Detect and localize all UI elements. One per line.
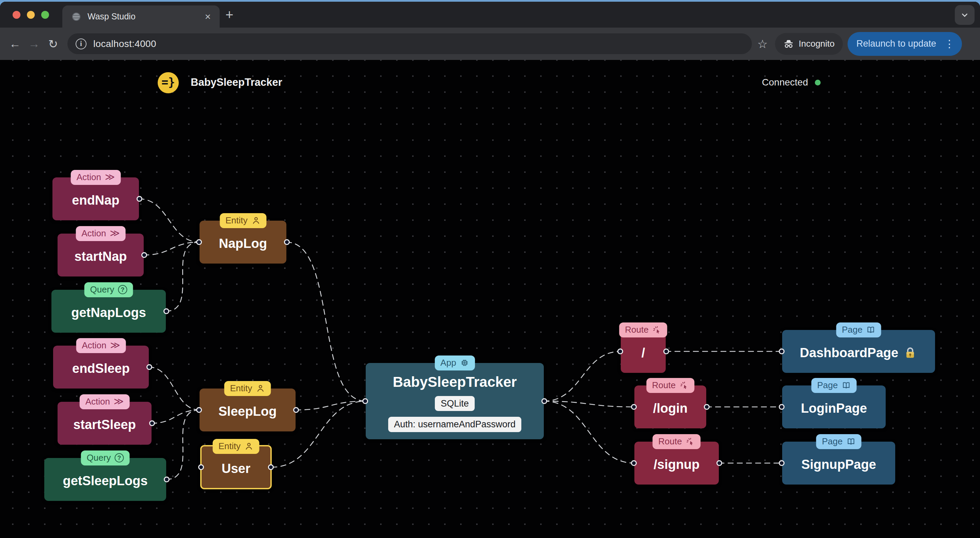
node-handle-right[interactable] [164,477,170,482]
node-badge-page: Page [816,434,862,449]
node-handle-left[interactable] [196,407,202,413]
edge-startNap-to-NapLog [144,242,200,255]
node-getSleepLogs[interactable]: Query?getSleepLogs [44,458,166,501]
node-handle-right[interactable] [146,365,152,370]
node-badge-query: Query? [84,282,133,297]
forward-button-arrow-right-icon[interactable]: → [24,37,44,50]
relaunch-to-update-button[interactable]: Relaunch to update ⋮ [848,32,962,56]
node-badge-label: Entity [218,441,240,452]
node-route-login[interactable]: Route/login [635,385,706,428]
node-startSleep[interactable]: Action≫startSleep [57,402,151,445]
edge-endNap-to-NapLog [139,199,200,242]
url-text: localhost:4000 [93,38,156,49]
query-question-icon: ? [115,453,124,462]
node-handle-left[interactable] [617,349,623,355]
entity-person-icon [256,384,265,393]
action-chevrons-icon: ≫ [114,397,124,407]
node-app[interactable]: App BabySleepTracker SQLite Auth: userna… [366,363,544,439]
node-route-root[interactable]: Route/ [621,330,666,373]
node-badge-app: App [434,355,475,371]
incognito-label: Incognito [799,38,835,49]
page-book-icon [866,325,875,334]
node-handle-left[interactable] [779,349,784,355]
back-button-arrow-left-icon[interactable]: ← [5,37,24,50]
tab-search-chevron-button[interactable] [955,5,975,25]
entity-person-icon [251,216,261,225]
tab-favicon-globe-icon [71,11,81,22]
node-badge-label: Route [658,436,682,447]
edge-startSleep-to-SleepLog [151,410,200,423]
node-handle-right[interactable] [663,349,669,355]
node-startNap[interactable]: Action≫startNap [57,234,144,277]
window-zoom-button[interactable] [41,11,49,19]
app-chip-icon [460,358,469,368]
incognito-icon [783,38,794,49]
new-tab-button-plus-icon[interactable]: + [226,8,233,21]
window-minimize-button[interactable] [27,11,35,19]
protected-lock-icon [903,345,917,360]
node-endNap[interactable]: Action≫endNap [52,177,139,220]
node-handle-left[interactable] [198,465,204,470]
node-handle-left[interactable] [196,239,202,245]
node-badge-entity: Entity [220,213,266,228]
node-handle-right[interactable] [284,239,290,245]
node-badge-label: Route [652,380,676,390]
node-handle-left[interactable] [631,404,637,410]
edge-app-to-route-root [544,352,621,401]
node-handle-right[interactable] [541,398,547,404]
route-cursor-click-icon [686,437,695,446]
node-handle-right[interactable] [716,460,722,466]
edge-app-to-route-signup [544,401,635,463]
browser-menu-kebab-icon[interactable]: ⋮ [942,38,956,50]
tab-close-icon[interactable]: × [202,11,213,22]
node-handle-right[interactable] [137,196,142,202]
node-handle-left[interactable] [779,404,784,410]
wasp-studio-canvas[interactable]: Action≫endNapAction≫startNapQuery?getNap… [0,60,980,538]
route-cursor-click-icon [652,325,662,334]
node-handle-left[interactable] [779,460,784,466]
node-badge-route: Route [646,378,694,393]
node-badge-label: Action [86,397,110,407]
app-node-body: BabySleepTracker SQLite Auth: usernameAn… [366,363,544,439]
node-LoginPage[interactable]: PageLoginPage [782,385,886,428]
bookmark-star-icon[interactable]: ☆ [757,37,767,51]
node-badge-label: Action [81,229,106,239]
node-badge-action: Action≫ [76,338,126,353]
traffic-lights [13,11,49,19]
reload-button-icon[interactable]: ↻ [44,37,63,51]
browser-tab[interactable]: Wasp Studio × [62,5,220,27]
node-handle-right[interactable] [164,309,169,314]
edge-NapLog-to-app [286,242,366,401]
query-question-icon: ? [118,285,127,294]
node-route-signup[interactable]: Route/signup [635,442,719,484]
node-badge-route: Route [619,323,667,337]
node-handle-right[interactable] [293,407,299,413]
node-getNapLogs[interactable]: Query?getNapLogs [51,290,166,333]
node-badge-label: Entity [230,384,252,394]
site-info-icon[interactable]: i [76,38,86,49]
node-handle-right[interactable] [268,465,274,470]
window-close-button[interactable] [13,11,21,19]
node-DashboardPage[interactable]: PageDashboardPage [782,330,935,373]
browser-toolbar: ← → ↻ i localhost:4000 ☆ Incognito Relau… [0,27,980,60]
tab-strip: Wasp Studio × + [0,2,980,27]
edge-app-to-route-login [544,401,635,407]
node-handle-left[interactable] [631,460,637,466]
page-book-icon [842,381,851,390]
node-SleepLog[interactable]: EntitySleepLog [200,388,296,431]
url-bar[interactable]: i localhost:4000 [67,33,752,54]
node-handle-right[interactable] [149,420,155,426]
node-label: BabySleepTracker [393,374,517,390]
incognito-badge: Incognito [775,33,843,55]
edge-getNapLogs-to-NapLog [166,242,200,311]
node-handle-right[interactable] [141,252,147,258]
node-handle-left[interactable] [362,398,368,404]
node-SignupPage[interactable]: PageSignupPage [782,442,895,484]
edge-endSleep-to-SleepLog [149,367,200,410]
node-NapLog[interactable]: EntityNapLog [200,221,286,264]
node-User[interactable]: EntityUser [200,445,272,489]
node-badge-entity: Entity [224,381,271,396]
node-handle-right[interactable] [704,404,710,410]
node-badge-action: Action≫ [76,226,126,241]
node-endSleep[interactable]: Action≫endSleep [53,345,149,388]
